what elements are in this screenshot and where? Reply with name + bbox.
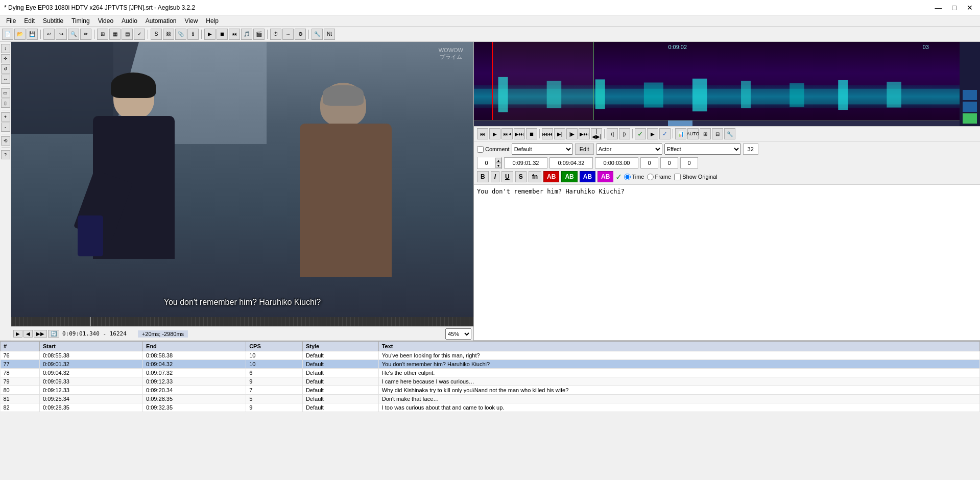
- timeline-scrubber[interactable]: [11, 317, 473, 326]
- color3-button[interactable]: AB: [580, 171, 595, 182]
- show-original-label[interactable]: Show Original: [674, 174, 717, 180]
- toolbar-open[interactable]: 📂: [14, 29, 26, 40]
- transport-wrench[interactable]: 🔧: [724, 128, 735, 139]
- toolbar-extra2[interactable]: Nt: [324, 29, 335, 40]
- toolbar-rewind[interactable]: ⏮: [229, 29, 240, 40]
- fn-button[interactable]: fn: [529, 171, 541, 182]
- duration-input[interactable]: 0:00:03.00: [595, 157, 638, 169]
- effect-select[interactable]: Effect: [664, 143, 741, 155]
- toolbar-timing[interactable]: ⏱: [270, 29, 281, 40]
- toolbar-settings[interactable]: ⚙: [295, 29, 306, 40]
- tool-vclip[interactable]: ▯: [1, 99, 10, 108]
- minimize-button[interactable]: —: [932, 3, 945, 13]
- toolbar-spell[interactable]: S: [151, 29, 162, 40]
- toolbar-stop[interactable]: ⏹: [217, 29, 228, 40]
- tool-clip[interactable]: ▭: [1, 88, 10, 98]
- strikeout-button[interactable]: S: [515, 171, 527, 182]
- color4-button[interactable]: AB: [597, 171, 613, 182]
- transport-next-sub[interactable]: ▶⏭: [514, 128, 525, 139]
- transport-play[interactable]: ▶: [489, 128, 500, 139]
- transport-step-back[interactable]: ⏮⏮: [542, 128, 553, 139]
- toolbar-list[interactable]: ▤: [122, 29, 133, 40]
- italic-button[interactable]: I: [491, 171, 499, 182]
- spinner-down[interactable]: ▼: [495, 163, 501, 168]
- toolbar-redo[interactable]: ↪: [56, 29, 67, 40]
- zoom-select[interactable]: 45% 50% 75% 100%: [445, 328, 471, 340]
- margin-l-input[interactable]: 0: [640, 157, 658, 169]
- commit-icon[interactable]: ✓: [615, 172, 622, 182]
- margin-v-input[interactable]: 0: [680, 157, 698, 169]
- frame-radio[interactable]: [647, 174, 654, 180]
- bold-button[interactable]: B: [477, 171, 489, 182]
- time-radio[interactable]: [624, 174, 631, 180]
- toolbar-new[interactable]: 📄: [2, 29, 13, 40]
- toolbar-check[interactable]: ✓: [134, 29, 145, 40]
- tool-zoom-out[interactable]: -: [1, 123, 10, 132]
- transport-stop[interactable]: ⏹: [526, 128, 537, 139]
- table-row[interactable]: 780:09:04.320:09:07.326DefaultHe's the o…: [1, 369, 980, 377]
- toolbar-play[interactable]: ▶: [204, 29, 216, 40]
- menu-edit[interactable]: Edit: [20, 16, 39, 26]
- menu-video[interactable]: Video: [94, 16, 117, 26]
- toolbar-find[interactable]: 🔍: [68, 29, 79, 40]
- table-row[interactable]: 810:09:25.340:09:28.355DefaultDon't make…: [1, 395, 980, 403]
- transport-commit2[interactable]: ✓: [659, 128, 671, 139]
- end-time-input[interactable]: 0:09:04.32: [549, 157, 593, 169]
- transport-next-keyframe[interactable]: ▶⏭: [579, 128, 590, 139]
- table-row[interactable]: 800:09:12.330:09:20.347DefaultWhy did Ki…: [1, 386, 980, 395]
- table-row[interactable]: 770:09:01.320:09:04.3210DefaultYou don't…: [1, 360, 980, 369]
- comment-checkbox[interactable]: [477, 146, 484, 153]
- toolbar-link[interactable]: ⛓: [163, 29, 174, 40]
- table-row[interactable]: 790:09:09.330:09:12.339DefaultI came her…: [1, 377, 980, 386]
- spinner-up[interactable]: ▲: [495, 158, 501, 163]
- toolbar-attach[interactable]: 📎: [175, 29, 186, 40]
- color2-button[interactable]: AB: [561, 171, 577, 182]
- layer-input[interactable]: [743, 143, 758, 155]
- transport-options1[interactable]: ⊞: [700, 128, 711, 139]
- transport-play-sel[interactable]: |◀▶|: [591, 128, 602, 139]
- toolbar-video-btn[interactable]: 🎬: [253, 29, 265, 40]
- show-original-checkbox[interactable]: [674, 174, 681, 180]
- toolbar-grid[interactable]: ▦: [109, 29, 121, 40]
- close-button[interactable]: ✕: [964, 3, 976, 13]
- style-select[interactable]: Default: [512, 143, 573, 155]
- toolbar-undo[interactable]: ↩: [43, 29, 55, 40]
- margin-r-input[interactable]: 0: [660, 157, 678, 169]
- transport-play-after[interactable]: |▶: [566, 128, 578, 139]
- transport-auto[interactable]: AUTO: [687, 128, 699, 139]
- toolbar-res[interactable]: ⊞: [97, 29, 108, 40]
- loop-button[interactable]: 🔄: [48, 330, 59, 338]
- transport-options2[interactable]: ⊟: [712, 128, 723, 139]
- toolbar-save[interactable]: 💾: [27, 29, 38, 40]
- maximize-button[interactable]: □: [949, 3, 960, 13]
- menu-help[interactable]: Help: [202, 16, 223, 26]
- color1-button[interactable]: AB: [543, 171, 559, 182]
- transport-prev-sub[interactable]: ⏭◀: [501, 128, 513, 139]
- toolbar-info[interactable]: ℹ: [187, 29, 199, 40]
- menu-audio[interactable]: Audio: [117, 16, 141, 26]
- underline-button[interactable]: U: [501, 171, 513, 182]
- transport-earlier[interactable]: ⟨|: [607, 128, 618, 139]
- tool-scale[interactable]: ↔: [1, 75, 10, 84]
- toolbar-style[interactable]: ✏: [80, 29, 91, 40]
- transport-later[interactable]: |⟩: [619, 128, 630, 139]
- actor-select[interactable]: Actor: [596, 143, 662, 155]
- tool-help[interactable]: ?: [1, 150, 10, 159]
- tool-move[interactable]: ✛: [1, 54, 10, 63]
- frame-radio-label[interactable]: Frame: [647, 174, 671, 180]
- transport-commit[interactable]: ✓: [635, 128, 646, 139]
- menu-automation[interactable]: Automation: [141, 16, 181, 26]
- menu-view[interactable]: View: [181, 16, 202, 26]
- time-radio-label[interactable]: Time: [624, 174, 644, 180]
- menu-file[interactable]: File: [2, 16, 20, 26]
- tool-select[interactable]: ↕: [1, 44, 10, 53]
- menu-subtitle[interactable]: Subtitle: [39, 16, 67, 26]
- transport-go-start[interactable]: ⏮: [477, 128, 488, 139]
- start-time-input[interactable]: 0:09:01.32: [504, 157, 547, 169]
- prev-frame-button[interactable]: ◀: [23, 330, 33, 338]
- transport-spectro[interactable]: 📊: [675, 128, 686, 139]
- tool-zoom-in[interactable]: +: [1, 112, 10, 122]
- next-frame-button[interactable]: ▶▶: [34, 330, 47, 338]
- waveform-area[interactable]: 0:09:02 03: [474, 42, 980, 126]
- layer-number-input[interactable]: [477, 157, 495, 169]
